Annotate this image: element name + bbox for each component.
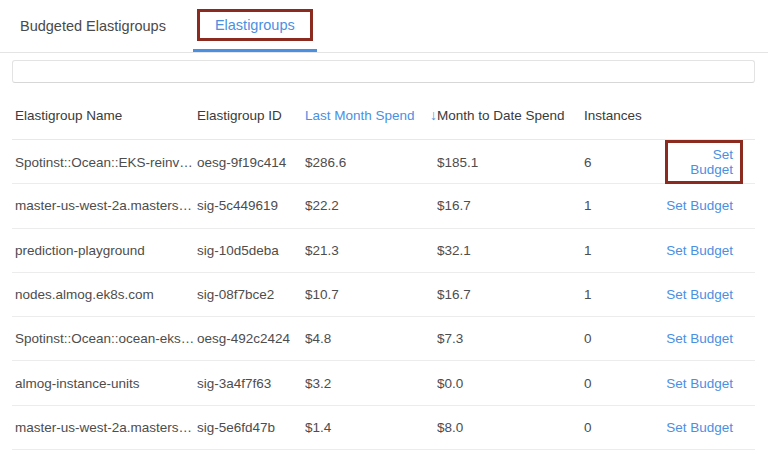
tab-bar: Budgeted Elastigroups Elastigroups (0, 0, 768, 53)
instances-count: 1 (584, 198, 665, 213)
set-budget-link[interactable]: Set Budget (666, 331, 733, 346)
month-to-date-spend: $7.3 (437, 331, 584, 346)
elastigroup-name: prediction-playground (12, 243, 197, 258)
instances-count: 0 (584, 331, 665, 346)
tab-label: Budgeted Elastigroups (20, 18, 166, 34)
tab-budgeted-elastigroups[interactable]: Budgeted Elastigroups (20, 0, 166, 52)
last-month-spend: $4.8 (305, 331, 437, 346)
set-budget-link[interactable]: Set Budget (675, 147, 733, 177)
budgets-panel: Budgeted Elastigroups Elastigroups Elast… (0, 0, 768, 450)
month-to-date-spend: $16.7 (437, 287, 584, 302)
table-row: Spotinst::Ocean::ocean-eks… oesg-492c242… (12, 317, 755, 361)
table-row: master-us-west-2a.masters… sig-5c449619 … (12, 184, 755, 228)
elastigroup-id: sig-5c449619 (197, 198, 305, 213)
last-month-spend: $1.4 (305, 420, 437, 435)
annotation-box-set-budget: Set Budget (665, 140, 743, 184)
month-to-date-spend: $32.1 (437, 243, 584, 258)
instances-count: 1 (584, 243, 665, 258)
elastigroup-id: sig-5e6fd47b (197, 420, 305, 435)
instances-count: 0 (584, 376, 665, 391)
elastigroup-name: Spotinst::Ocean::EKS-reinv… (12, 155, 197, 170)
elastigroup-name: Spotinst::Ocean::ocean-eks… (12, 331, 197, 346)
instances-count: 1 (584, 287, 665, 302)
instances-count: 0 (584, 420, 665, 435)
set-budget-link[interactable]: Set Budget (666, 198, 733, 213)
elastigroups-table: Elastigroup Name Elastigroup ID Last Mon… (12, 83, 755, 450)
instances-count: 6 (584, 155, 665, 170)
table-row: nodes.almog.ek8s.com sig-08f7bce2 $10.7 … (12, 273, 755, 317)
table-row: Spotinst::Ocean::EKS-reinv… oesg-9f19c41… (12, 140, 755, 184)
last-month-spend: $3.2 (305, 376, 437, 391)
last-month-spend: $22.2 (305, 198, 437, 213)
table-row: prediction-playground sig-10d5deba $21.3… (12, 229, 755, 273)
tab-label: Elastigroups (215, 17, 295, 33)
elastigroup-id: oesg-492c2424 (197, 331, 305, 346)
col-header-month-to-date-spend[interactable]: Month to Date Spend (437, 108, 584, 123)
elastigroup-name: almog-instance-units (12, 376, 197, 391)
last-month-spend: $21.3 (305, 243, 437, 258)
elastigroup-name: nodes.almog.ek8s.com (12, 287, 197, 302)
elastigroup-id: sig-3a4f7f63 (197, 376, 305, 391)
month-to-date-spend: $0.0 (437, 376, 584, 391)
table-header-row: Elastigroup Name Elastigroup ID Last Mon… (12, 83, 755, 140)
elastigroup-id: sig-10d5deba (197, 243, 305, 258)
sort-descending-icon: ↓ (430, 108, 437, 122)
col-header-last-month-spend[interactable]: Last Month Spend ↓ (305, 108, 437, 123)
last-month-spend: $10.7 (305, 287, 437, 302)
annotation-box-active-tab: Elastigroups (197, 9, 313, 41)
elastigroup-id: oesg-9f19c414 (197, 155, 305, 170)
col-header-elastigroup-id[interactable]: Elastigroup ID (197, 108, 305, 123)
table-row: master-us-west-2a.masters… sig-5e6fd47b … (12, 406, 755, 450)
month-to-date-spend: $185.1 (437, 155, 584, 170)
filter-input[interactable] (12, 60, 755, 83)
last-month-spend: $286.6 (305, 155, 437, 170)
elastigroup-name: master-us-west-2a.masters… (12, 198, 197, 213)
col-header-label: Last Month Spend (305, 108, 415, 123)
elastigroup-id: sig-08f7bce2 (197, 287, 305, 302)
tab-elastigroups[interactable]: Elastigroups (193, 0, 317, 52)
month-to-date-spend: $8.0 (437, 420, 584, 435)
col-header-instances[interactable]: Instances (584, 108, 665, 123)
table-row: almog-instance-units sig-3a4f7f63 $3.2 $… (12, 361, 755, 405)
col-header-elastigroup-name[interactable]: Elastigroup Name (12, 108, 197, 123)
set-budget-link[interactable]: Set Budget (666, 243, 733, 258)
elastigroup-name: master-us-west-2a.masters… (12, 420, 197, 435)
set-budget-link[interactable]: Set Budget (666, 376, 733, 391)
month-to-date-spend: $16.7 (437, 198, 584, 213)
set-budget-link[interactable]: Set Budget (666, 287, 733, 302)
set-budget-link[interactable]: Set Budget (666, 420, 733, 435)
